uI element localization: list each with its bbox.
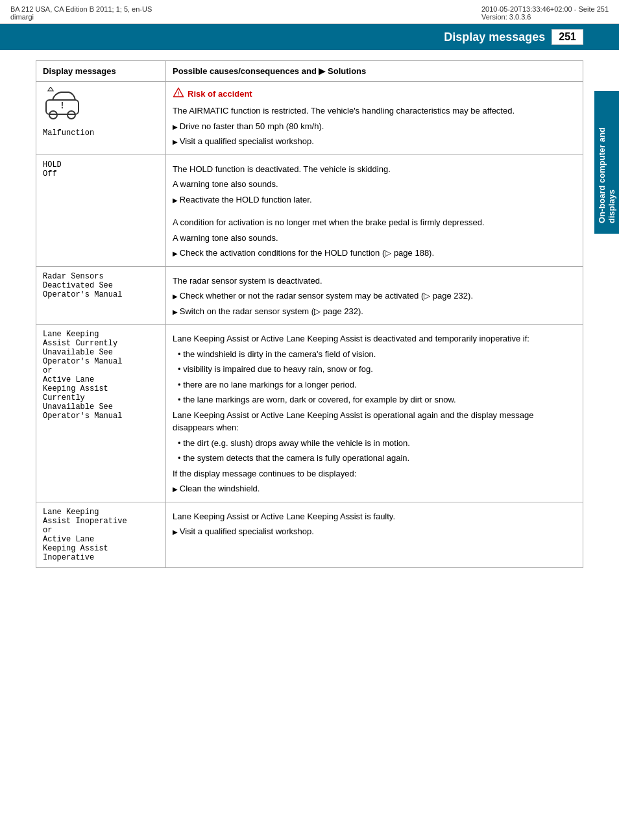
dot-bullet-item: the dirt (e.g. slush) drops away while t…	[178, 437, 576, 450]
page-title: Display messages	[444, 31, 545, 44]
left-cell-lane-keeping-inoperative: Lane Keeping Assist Inoperative or Activ…	[36, 502, 166, 567]
warning-triangle-icon: !	[173, 87, 184, 101]
page-number: 251	[552, 29, 583, 45]
body-text: The AIRMATIC function is restricted. The…	[173, 105, 576, 117]
body-text: Lane Keeping Assist or Active Lane Keepi…	[173, 409, 576, 434]
main-content: Display messages Possible causes/consequ…	[0, 60, 619, 581]
arrow-bullet-item: Check whether or not the radar sensor sy…	[173, 290, 576, 303]
col1-header: Display messages	[36, 61, 166, 82]
col2-header: Possible causes/consequences and ▶ Solut…	[166, 61, 583, 82]
left-cell-malfunction: ! ! Malfunction	[36, 82, 166, 155]
header-left-line2: dimargi	[10, 13, 152, 21]
header-right-line1: 2010-05-20T13:33:46+02:00 - Seite 251	[481, 5, 609, 13]
dot-bullet-item: there are no lane markings for a longer …	[178, 378, 576, 391]
risk-of-accident-heading: ! Risk of accident	[173, 87, 576, 101]
right-cell-lane-keeping-unavailable: Lane Keeping Assist or Active Lane Keepi…	[166, 325, 583, 502]
body-text: The HOLD function is deactivated. The ve…	[173, 163, 576, 176]
svg-text:!: !	[178, 91, 180, 97]
svg-text:!: !	[50, 89, 51, 92]
table-row: HOLD OffThe HOLD function is deactivated…	[36, 154, 583, 266]
body-text: A condition for activation is no longer …	[173, 216, 576, 229]
right-cell-malfunction: ! Risk of accidentThe AIRMATIC function …	[166, 82, 583, 155]
body-text: The radar sensor system is deactivated.	[173, 275, 576, 288]
table-row: ! ! Malfunction ! Risk of accidentThe AI…	[36, 82, 583, 155]
arrow-bullet-item: Check the activation conditions for the …	[173, 247, 576, 260]
left-cell-lane-keeping-unavailable: Lane Keeping Assist Currently Unavailabl…	[36, 325, 166, 502]
left-cell-hold-off: HOLD Off	[36, 154, 166, 266]
body-text: Lane Keeping Assist or Active Lane Keepi…	[173, 510, 576, 523]
dot-bullet-item: the system detects that the camera is fu…	[178, 452, 576, 465]
table-row: Lane Keeping Assist Inoperative or Activ…	[36, 502, 583, 567]
table-row: Lane Keeping Assist Currently Unavailabl…	[36, 325, 583, 502]
dot-bullet-item: the windshield is dirty in the camera's …	[178, 348, 576, 361]
right-cell-lane-keeping-inoperative: Lane Keeping Assist or Active Lane Keepi…	[166, 502, 583, 567]
body-text: Lane Keeping Assist or Active Lane Keepi…	[173, 332, 576, 345]
table-row: Radar Sensors Deactivated See Operator's…	[36, 266, 583, 325]
malfunction-icon: ! !	[43, 87, 159, 129]
arrow-bullet-item: Visit a qualified specialist workshop.	[173, 525, 576, 538]
right-cell-radar-sensors: The radar sensor system is deactivated.C…	[166, 266, 583, 325]
header-left: BA 212 USA, CA Edition B 2011; 1; 5, en-…	[10, 5, 152, 21]
right-cell-hold-off: The HOLD function is deactivated. The ve…	[166, 154, 583, 266]
spacer	[173, 207, 576, 214]
arrow-bullet-item: Clean the windshield.	[173, 482, 576, 495]
display-table: Display messages Possible causes/consequ…	[36, 60, 583, 568]
body-text: A warning tone also sounds.	[173, 232, 576, 245]
body-text: If the display message continues to be d…	[173, 467, 576, 480]
arrow-bullet-item: Reactivate the HOLD function later.	[173, 193, 576, 206]
arrow-bullet-item: Switch on the radar sensor system (▷ pag…	[173, 305, 576, 318]
left-cell-radar-sensors: Radar Sensors Deactivated See Operator's…	[36, 266, 166, 325]
arrow-bullet-item: Visit a qualified specialist workshop.	[173, 135, 576, 148]
doc-header: BA 212 USA, CA Edition B 2011; 1; 5, en-…	[0, 0, 619, 24]
dot-bullet-item: visibility is impaired due to heavy rain…	[178, 363, 576, 376]
header-right: 2010-05-20T13:33:46+02:00 - Seite 251 Ve…	[481, 5, 609, 21]
svg-text:!: !	[60, 101, 65, 111]
header-right-line2: Version: 3.0.3.6	[481, 13, 609, 21]
arrow-bullet-item: Drive no faster than 50 mph (80 km/h).	[173, 120, 576, 133]
body-text: A warning tone also sounds.	[173, 178, 576, 191]
dot-bullet-item: the lane markings are worn, dark or cove…	[178, 393, 576, 406]
header-left-line1: BA 212 USA, CA Edition B 2011; 1; 5, en-…	[10, 5, 152, 13]
